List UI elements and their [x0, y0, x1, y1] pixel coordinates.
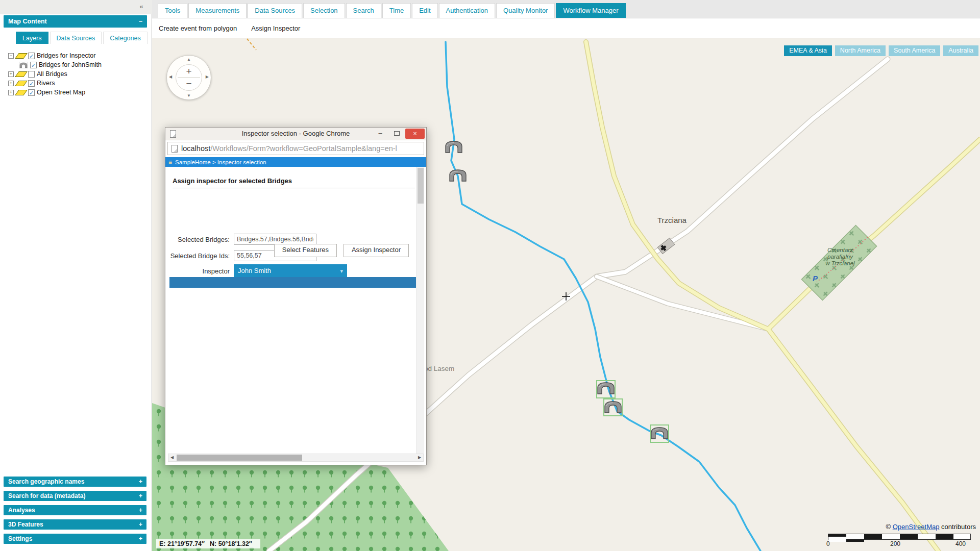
expand-plus-icon[interactable]: + [139, 534, 142, 544]
vertical-scrollbar[interactable] [416, 167, 424, 454]
tab-layers[interactable]: Layers [16, 32, 48, 44]
cemetery-label-line1: Cmentarz [816, 247, 865, 254]
accordion-search-geographic-names[interactable]: Search geographic names + [4, 477, 146, 487]
region-buttons: EMEA & Asia North America South America … [784, 45, 978, 56]
expander-icon[interactable]: − [8, 53, 14, 59]
tab-data-sources[interactable]: Data Sources [248, 3, 302, 18]
tab-time[interactable]: Time [382, 3, 411, 18]
selected-bridges-label: Selected Bridges: [165, 236, 230, 243]
window-controls: – × [373, 129, 425, 139]
region-south-america-button[interactable]: South America [889, 45, 940, 56]
northing-value: N: 50°18′1.32″ [210, 540, 252, 547]
openstreetmap-link[interactable]: OpenStreetMap [893, 523, 940, 531]
browser-url-row: localhost/Workflows/Form?workflow=GeoPor… [165, 140, 426, 157]
copyright-symbol: © [886, 523, 891, 531]
scroll-right-arrow[interactable]: ▶ [416, 454, 423, 461]
expander-icon[interactable]: + [8, 90, 14, 95]
layer-label[interactable]: Bridges for Inspector [37, 52, 95, 59]
minimize-button[interactable]: – [373, 129, 388, 139]
layer-checkbox[interactable]: ✓ [28, 80, 35, 87]
expander-icon[interactable]: + [8, 71, 14, 77]
accordion-search-for-data-metadata[interactable]: Search for data (metadata) + [4, 491, 146, 501]
expand-plus-icon[interactable]: + [139, 477, 142, 487]
close-button[interactable]: × [405, 129, 425, 139]
tab-workflow-manager[interactable]: Workflow Manager [556, 3, 625, 18]
tab-selection[interactable]: Selection [303, 3, 345, 18]
accordion-analyses[interactable]: Analyses + [4, 505, 146, 515]
expand-plus-icon[interactable]: + [139, 491, 142, 501]
accordion-3d-features[interactable]: 3D Features + [4, 519, 146, 530]
layer-checkbox[interactable] [28, 71, 35, 78]
tab-categories[interactable]: Categories [103, 32, 147, 44]
map-navigation-control[interactable]: ▲ ▶ ▼ ◀ + − [166, 55, 211, 100]
accordion-label: Search geographic names [8, 478, 84, 485]
region-emea-asia-button[interactable]: EMEA & Asia [784, 45, 832, 56]
accordion-label: Settings [8, 535, 32, 542]
region-australia-button[interactable]: Australia [943, 45, 978, 56]
bridge-icon-selected-56[interactable] [605, 402, 621, 413]
tab-quality-monitor[interactable]: Quality Monitor [496, 3, 555, 18]
inspector-selection-window[interactable]: Inspector selection - Google Chrome – × … [165, 127, 427, 465]
pan-up-arrow[interactable]: ▲ [167, 57, 211, 62]
cemetery-label-line2: parafialny [816, 254, 865, 260]
scale-bar: 0 200 400 [828, 534, 971, 540]
assign-inspector-ribbon-button[interactable]: Assign Inspector [251, 24, 300, 32]
layer-icon [15, 71, 28, 77]
region-north-america-button[interactable]: North America [835, 45, 886, 56]
inspector-label: Inspector [165, 267, 230, 275]
accordion-settings[interactable]: Settings + [4, 534, 146, 544]
maximize-button[interactable] [389, 129, 404, 139]
selected-bridges-field[interactable] [234, 234, 316, 245]
tree-row-open-street-map[interactable]: + ✓ Open Street Map [8, 88, 149, 97]
select-features-button[interactable]: Select Features [274, 244, 337, 257]
expander-icon[interactable]: + [8, 81, 14, 86]
url-text: localhost/Workflows/Form?workflow=GeoPor… [181, 144, 397, 153]
tab-edit[interactable]: Edit [412, 3, 437, 18]
tree-row-bridges-for-inspector[interactable]: − ✓ Bridges for Inspector [8, 51, 149, 60]
bridge-layer-icon [18, 62, 29, 68]
assign-inspector-button[interactable]: Assign Inspector [344, 244, 409, 257]
bridge-icon-selected-55[interactable] [651, 428, 668, 439]
tab-measurements[interactable]: Measurements [188, 3, 247, 18]
sidebar-collapse-button[interactable]: « [137, 2, 146, 11]
pan-down-arrow[interactable]: ▼ [167, 93, 211, 98]
expand-plus-icon[interactable]: + [139, 505, 142, 515]
window-title-bar[interactable]: Inspector selection - Google Chrome – × [165, 128, 426, 140]
menu-icon[interactable]: ≡ [168, 159, 172, 166]
zoom-out-button[interactable]: − [176, 78, 202, 90]
create-event-from-polygon-button[interactable]: Create event from polygon [159, 24, 237, 32]
inspector-dropdown[interactable]: John Smith ▾ [234, 264, 347, 278]
easting-value: E: 21°19′57.74″ [159, 540, 205, 547]
layer-checkbox[interactable]: ✓ [28, 89, 35, 96]
scroll-left-arrow[interactable]: ◀ [168, 454, 176, 461]
pan-left-arrow[interactable]: ◀ [169, 74, 172, 79]
layer-label[interactable]: Bridges for JohnSmith [39, 61, 102, 68]
tree-row-bridges-for-johnsmith[interactable]: ✓ Bridges for JohnSmith [8, 60, 149, 69]
layer-label[interactable]: Rivers [37, 80, 55, 87]
zoom-divider [178, 77, 200, 78]
layer-label[interactable]: All Bridges [37, 70, 67, 78]
layer-label[interactable]: Open Street Map [37, 89, 85, 96]
tab-tools[interactable]: Tools [158, 3, 187, 18]
cemetery-label-line3: w Trzcianej [816, 260, 865, 267]
vertical-scrollbar-thumb[interactable] [418, 168, 424, 204]
coordinate-readout: E: 21°19′57.74″N: 50°18′1.32″ [156, 539, 260, 548]
form-buttons: Select Features Assign Inspector [274, 244, 409, 257]
tree-row-rivers[interactable]: + ✓ Rivers [8, 79, 149, 88]
layer-checkbox[interactable]: ✓ [28, 53, 35, 59]
tab-data-sources-panel[interactable]: Data Sources [50, 32, 102, 44]
tab-authentication[interactable]: Authentication [439, 3, 495, 18]
tab-search[interactable]: Search [346, 3, 381, 18]
tree-row-all-bridges[interactable]: + All Bridges [8, 69, 149, 79]
url-bar[interactable]: localhost/Workflows/Form?workflow=GeoPor… [167, 142, 424, 155]
layer-checkbox[interactable]: ✓ [30, 62, 37, 68]
expand-plus-icon[interactable]: + [139, 519, 142, 530]
map-content-collapse-button[interactable]: − [139, 15, 142, 28]
page-icon [172, 145, 178, 153]
zoom-in-button[interactable]: + [176, 65, 202, 77]
horizontal-scrollbar[interactable]: ◀ ▶ [168, 454, 424, 462]
form-heading: Assign inspector for selected Bridges [173, 177, 292, 185]
pan-right-arrow[interactable]: ▶ [206, 74, 209, 79]
bridge-icon-selected-57[interactable] [598, 383, 614, 394]
horizontal-scrollbar-thumb[interactable] [177, 455, 302, 461]
